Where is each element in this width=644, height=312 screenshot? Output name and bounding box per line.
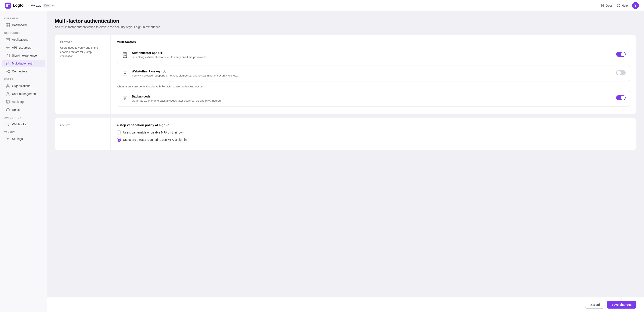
svg-rect-10 (8, 23, 10, 25)
sidebar-item-connectors[interactable]: Connectors (2, 68, 45, 75)
policy-section-card: POLICY 2-step verification policy at sig… (55, 118, 636, 150)
page-subtitle: Add multi-factor authentication to eleva… (55, 25, 636, 29)
webauthn-icon (121, 70, 129, 77)
svg-point-28 (8, 138, 8, 139)
factor-webauthn-toggle[interactable] (616, 70, 626, 75)
svg-rect-30 (124, 53, 126, 54)
sidebar-item-label: Roles (12, 108, 20, 111)
svg-point-16 (7, 54, 7, 55)
sidebar-item-sign-in-experience[interactable]: Sign-in experience (2, 52, 45, 59)
backup-toggle-switch[interactable] (616, 95, 626, 100)
sidebar-item-label: API resources (12, 46, 31, 49)
sidebar-item-settings[interactable]: Settings (2, 135, 45, 143)
sidebar-item-label: Applications (12, 38, 28, 41)
factor-webauthn: WebAuthn (Passkey) i Verify via browser-… (116, 66, 630, 81)
svg-rect-2 (8, 4, 10, 5)
factors-section-card: FACTORS Users need to verify one of the … (55, 35, 636, 114)
avatar[interactable]: Y (632, 2, 639, 9)
factor-backup-code: Backup code Generate 10 one-time backup … (116, 91, 630, 106)
sidebar-section-users: USERS (0, 75, 47, 82)
connectors-icon (6, 69, 10, 73)
sidebar-item-label: Connectors (12, 70, 28, 73)
policy-option-required-label: Users are always required to use MFA at … (123, 138, 186, 141)
sidebar-item-label: Sign-in experience (12, 54, 37, 57)
topbar-app[interactable]: My app Dev ▾ (30, 4, 54, 8)
chevron-down-icon[interactable]: ▾ (52, 4, 54, 7)
sign-in-icon (6, 54, 10, 57)
help-label: Help (622, 4, 628, 7)
settings-icon (6, 137, 10, 141)
svg-text:?: ? (618, 5, 619, 7)
sidebar-section-tenant: TENANT (0, 128, 47, 135)
webauthn-info-icon[interactable]: i (163, 70, 166, 73)
sidebar-item-api-resources[interactable]: API resources (2, 44, 45, 51)
topbar-divider (27, 3, 27, 8)
svg-point-22 (8, 72, 10, 73)
sidebar-item-audit-logs[interactable]: Audit logs (2, 98, 45, 106)
svg-point-26 (7, 93, 9, 94)
svg-point-20 (6, 71, 8, 72)
svg-point-17 (7, 54, 8, 55)
webhooks-icon (6, 122, 10, 126)
user-icon (6, 92, 10, 96)
help-icon: ? (617, 4, 620, 7)
sidebar-item-dashboard[interactable]: Dashboard (2, 21, 45, 29)
factors-section-right: Multi-factors (110, 35, 636, 114)
backup-note: When users can't verify the above MFA fa… (116, 85, 630, 88)
svg-rect-9 (6, 23, 8, 25)
radio-optional[interactable] (116, 130, 121, 134)
sidebar-item-mfa[interactable]: Multi-factor auth (2, 60, 45, 67)
sidebar-section-resources: RESOURCES (0, 29, 47, 36)
sidebar-item-user-management[interactable]: User management (2, 90, 45, 98)
factor-otp-toggle[interactable] (616, 52, 626, 57)
factors-section-left: FACTORS Users need to verify one of the … (55, 35, 110, 114)
svg-rect-0 (5, 3, 11, 9)
organizations-icon (6, 84, 10, 88)
api-icon (6, 46, 10, 50)
policy-option-optional[interactable]: Users can enable or disable MFA on their… (116, 130, 630, 134)
policy-option-required[interactable]: Users are always required to use MFA at … (116, 137, 630, 142)
sidebar-section-automation: AUTOMATION (0, 114, 47, 120)
sidebar-item-label: Settings (12, 137, 23, 140)
svg-point-19 (8, 64, 8, 65)
docs-label: Docs (606, 4, 612, 7)
svg-point-21 (8, 70, 10, 71)
otp-toggle-switch[interactable] (616, 52, 626, 57)
audit-icon (6, 100, 10, 104)
sidebar-item-applications[interactable]: Applications (2, 36, 45, 44)
save-button[interactable]: Save changes (607, 301, 636, 308)
policy-option-optional-label: Users can enable or disable MFA on their… (123, 131, 184, 134)
help-link[interactable]: ? Help (617, 4, 628, 7)
factor-backup-desc: Generate 10 one-time backup codes after … (132, 99, 613, 102)
factor-authenticator-otp: Authenticator app OTP Link Google Authen… (116, 47, 630, 63)
sidebar-item-label: Webhooks (12, 123, 26, 126)
topbar-right: Docs ? Help Y (601, 2, 639, 9)
factor-backup-name: Backup code (132, 95, 613, 98)
footer-bar: Discard Save changes (47, 297, 644, 312)
main-content: Multi-factor authentication Add multi-fa… (47, 11, 644, 297)
webauthn-toggle-switch[interactable] (616, 70, 626, 75)
factors-section-label: FACTORS (60, 41, 105, 44)
sidebar-item-label: Dashboard (12, 23, 27, 27)
sidebar: OVERVIEW Dashboard RESOURCES Application… (0, 11, 47, 312)
authenticator-icon (121, 51, 129, 59)
backup-code-icon (121, 95, 129, 102)
topbar: Logto My app Dev ▾ Docs ? Help Y (0, 0, 644, 11)
radio-required[interactable] (116, 137, 121, 142)
factor-webauthn-name: WebAuthn (Passkey) i (132, 70, 613, 73)
app-env-badge: Dev (43, 4, 50, 8)
docs-link[interactable]: Docs (601, 4, 612, 7)
sidebar-item-webhooks[interactable]: Webhooks (2, 120, 45, 128)
applications-icon (6, 38, 10, 42)
sidebar-item-roles[interactable]: Roles (2, 106, 45, 114)
factor-backup-toggle[interactable] (616, 95, 626, 100)
factor-otp-name: Authenticator app OTP (132, 51, 613, 55)
factors-section-desc: Users need to verify one of the enabled … (60, 46, 105, 58)
sidebar-item-organizations[interactable]: Organizations (2, 82, 45, 90)
sidebar-item-label: User management (12, 92, 36, 96)
discard-button[interactable]: Discard (585, 301, 604, 308)
factor-backup-content: Backup code Generate 10 one-time backup … (132, 95, 613, 102)
factor-otp-desc: Link Google Authenticator, etc., to veri… (132, 56, 613, 59)
docs-icon (601, 4, 604, 7)
sidebar-item-label: Multi-factor auth (12, 62, 34, 65)
